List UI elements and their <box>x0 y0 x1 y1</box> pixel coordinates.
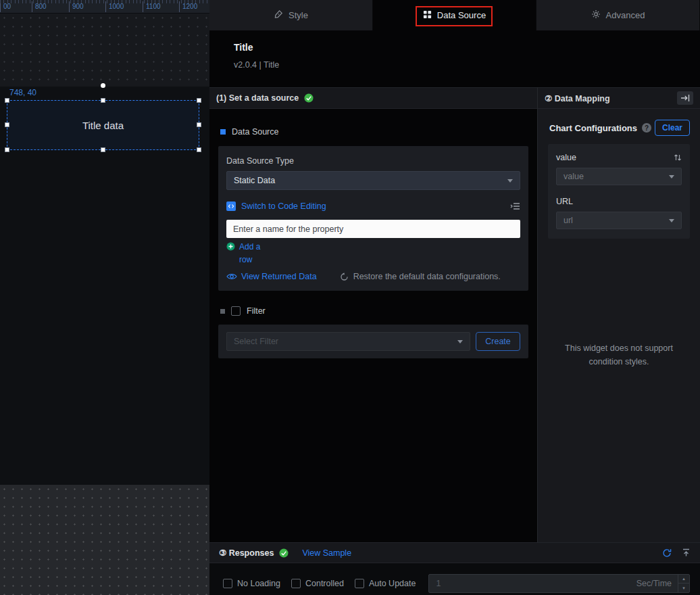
filter-label: Filter <box>247 306 266 316</box>
tab-data-source[interactable]: Data Source <box>373 0 536 30</box>
view-returned-data-link[interactable]: View Returned Data <box>226 272 317 281</box>
section-title: ② Data Mapping <box>545 93 610 103</box>
refresh-icon[interactable] <box>662 548 672 558</box>
field-label: URL <box>556 197 682 206</box>
auto-update-checkbox[interactable]: Auto Update <box>355 579 416 588</box>
controlled-checkbox[interactable]: Controlled <box>291 579 344 588</box>
gray-square-icon <box>220 309 225 314</box>
responses-bar: ③ Responses View Sample <box>209 542 700 563</box>
condition-styles-note: This widget does not support condition s… <box>548 341 690 368</box>
no-loading-checkbox[interactable]: No Loading <box>223 579 280 588</box>
widget-name: Title <box>234 42 676 53</box>
chevron-down-icon <box>457 340 463 343</box>
chart-config-title: Chart Configurations <box>549 123 637 133</box>
chevron-down-icon <box>669 175 674 178</box>
rotate-handle[interactable] <box>101 83 105 88</box>
data-mapping-content: Chart Configurations ? Clear value valu <box>538 109 700 542</box>
grid-dots-icon <box>423 10 432 21</box>
resize-handle-s[interactable] <box>101 147 105 152</box>
stepper-up-icon[interactable]: ▴ <box>678 575 689 584</box>
ruler-label: 1200 <box>179 1 197 12</box>
resize-handle-ne[interactable] <box>197 98 201 103</box>
property-name-input[interactable] <box>226 220 520 238</box>
sort-arrows-icon[interactable] <box>674 153 682 162</box>
filter-select[interactable]: Select Filter <box>226 332 470 351</box>
view-returned-label: View Returned Data <box>241 272 317 281</box>
section-header-data-source: (1) Set a data source <box>209 87 537 109</box>
url-mapping-select[interactable]: url <box>556 212 682 229</box>
mapping-card: value value URL url <box>548 144 690 239</box>
group-label: Data Source <box>232 127 278 137</box>
stepper-down-icon[interactable]: ▾ <box>678 584 689 592</box>
view-sample-link[interactable]: View Sample <box>302 548 351 558</box>
plus-circle-icon <box>226 242 235 251</box>
tab-advanced[interactable]: Advanced <box>536 0 700 30</box>
collapse-top-icon[interactable] <box>682 548 691 557</box>
checkbox-icon <box>355 579 364 588</box>
restore-defaults-link[interactable]: Restore the default data configurations. <box>340 272 501 281</box>
canvas-grid-top <box>0 14 209 87</box>
select-value: value <box>564 172 584 181</box>
ruler-label: 00 <box>0 1 11 12</box>
checkbox-label: Auto Update <box>369 579 416 588</box>
checkbox-label: No Loading <box>237 579 280 588</box>
data-mapping-column: ② Data Mapping Chart Configurations ? Cl… <box>537 87 700 542</box>
data-source-type-select[interactable]: Static Data <box>226 171 520 190</box>
create-filter-button[interactable]: Create <box>476 332 520 351</box>
ruler-label: 900 <box>69 1 84 12</box>
filter-row: Filter <box>220 306 528 316</box>
value-mapping-select[interactable]: value <box>556 168 682 185</box>
interval-stepper: ▴▾ <box>678 575 689 592</box>
resize-handle-sw[interactable] <box>5 147 9 152</box>
switch-to-code-link[interactable]: Switch to Code Editing <box>241 201 326 211</box>
add-row-link[interactable]: Add a row <box>226 241 275 266</box>
canvas-grid-bottom <box>0 485 209 595</box>
select-value: Static Data <box>234 176 275 185</box>
resize-handle-nw[interactable] <box>5 98 9 103</box>
filter-checkbox[interactable] <box>231 306 241 316</box>
style-icon <box>274 9 283 21</box>
select-placeholder: Select Filter <box>234 337 278 346</box>
horizontal-ruler: 00 800 900 1000 1100 1200 <box>0 0 209 14</box>
widget-editor: 00 800 900 1000 1100 1200 748, 40 Title … <box>0 0 700 595</box>
type-label: Data Source Type <box>226 156 520 166</box>
widget-title-text: Title data <box>82 120 124 131</box>
tab-style[interactable]: Style <box>209 0 373 30</box>
section-header-data-mapping: ② Data Mapping <box>538 87 700 109</box>
eye-icon <box>226 272 237 281</box>
responses-title: ③ Responses <box>219 548 274 558</box>
value-field-row: value <box>556 153 682 162</box>
clear-button[interactable]: Clear <box>655 120 690 136</box>
restore-label: Restore the default data configurations. <box>353 272 501 281</box>
indent-list-icon[interactable] <box>510 202 520 210</box>
interval-unit-label: Sec/Time <box>636 579 678 588</box>
checkbox-label: Controlled <box>305 579 344 588</box>
code-square-icon <box>226 201 236 211</box>
interval-input[interactable] <box>429 579 636 588</box>
blue-square-icon <box>220 129 226 135</box>
help-icon[interactable]: ? <box>642 123 651 133</box>
checkbox-icon <box>291 579 301 588</box>
data-source-group: Data Source <box>220 127 528 137</box>
tab-label: Data Source <box>437 10 486 20</box>
chevron-down-icon <box>669 219 674 222</box>
design-canvas[interactable]: 00 800 900 1000 1100 1200 748, 40 Title … <box>0 0 209 595</box>
selected-title-widget[interactable]: Title data <box>7 100 199 150</box>
switch-row: Switch to Code Editing <box>226 201 520 211</box>
check-circle-icon <box>279 548 289 558</box>
chart-config-row: Chart Configurations ? Clear <box>549 120 690 136</box>
data-source-card: Data Source Type Static Data Switch to C… <box>218 146 528 291</box>
data-source-actions: View Returned Data Restore the default d… <box>226 272 520 281</box>
ruler-label: 800 <box>32 1 47 12</box>
add-row-label: Add a row <box>239 241 268 266</box>
resize-handle-e[interactable] <box>197 122 201 127</box>
resize-handle-w[interactable] <box>5 122 9 127</box>
responses-actions <box>662 548 691 558</box>
chevron-down-icon <box>507 179 513 183</box>
resize-handle-n[interactable] <box>101 98 105 103</box>
select-value: url <box>564 216 573 225</box>
footer-controls: No Loading Controlled Auto Update Sec/Ti… <box>209 563 700 595</box>
resize-handle-se[interactable] <box>197 147 201 152</box>
panel-collapse-icon[interactable] <box>677 91 693 105</box>
gear-icon <box>591 9 601 21</box>
